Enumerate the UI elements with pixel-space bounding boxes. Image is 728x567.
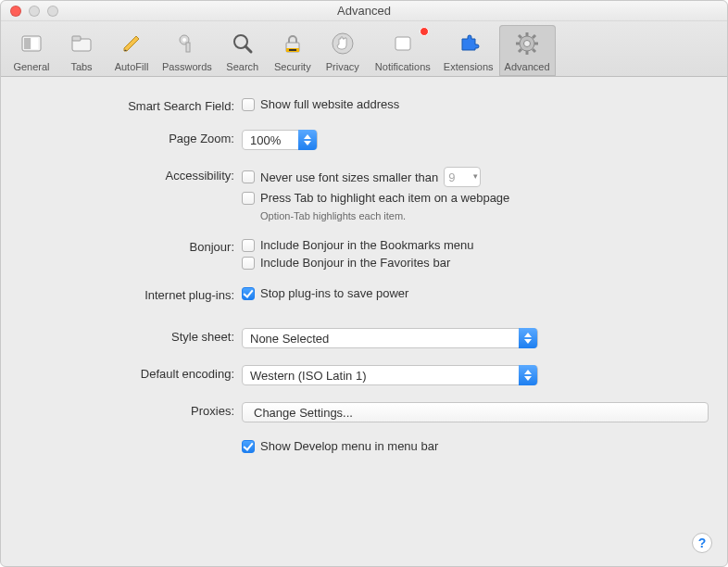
svg-point-16 xyxy=(524,41,531,47)
tabs-icon xyxy=(67,29,96,58)
toolbar-extensions[interactable]: Extensions xyxy=(438,25,499,76)
toolbar-search[interactable]: Search xyxy=(218,25,268,76)
notification-badge xyxy=(420,27,429,36)
svg-rect-12 xyxy=(289,49,296,51)
min-font-size-value: 9 xyxy=(448,170,455,184)
show-full-address-row[interactable]: Show full website address xyxy=(242,97,709,111)
style-sheet-value: None Selected xyxy=(250,332,329,346)
hand-icon xyxy=(328,29,358,58)
show-full-address-checkbox[interactable] xyxy=(242,98,255,111)
bonjour-favorites-checkbox[interactable] xyxy=(242,257,255,270)
toolbar-autofill[interactable]: AutoFill xyxy=(107,25,157,76)
option-tab-note: Option-Tab highlights each item. xyxy=(242,210,709,221)
toolbar-label: Privacy xyxy=(326,61,359,72)
toolbar-label: Advanced xyxy=(505,61,550,72)
toolbar-tabs[interactable]: Tabs xyxy=(56,25,107,76)
toolbar-label: General xyxy=(13,61,49,72)
content-pane: Smart Search Field: Show full website ad… xyxy=(1,77,727,566)
label-internet-plugins: Internet plug-ins: xyxy=(19,286,242,302)
press-tab-row[interactable]: Press Tab to highlight each item on a we… xyxy=(242,191,709,205)
bonjour-bookmarks-label: Include Bonjour in the Bookmarks menu xyxy=(260,238,474,252)
chevron-updown-icon xyxy=(519,365,537,385)
stop-plugins-checkbox[interactable] xyxy=(242,287,255,300)
bonjour-favorites-label: Include Bonjour in the Favorites bar xyxy=(260,256,450,270)
help-button[interactable]: ? xyxy=(692,533,712,553)
page-zoom-value: 100% xyxy=(250,133,281,147)
help-label: ? xyxy=(698,536,707,550)
toolbar-security[interactable]: Security xyxy=(268,25,318,76)
svg-line-9 xyxy=(245,46,251,52)
label-accessibility: Accessibility: xyxy=(19,167,242,183)
chevron-updown-icon xyxy=(519,328,537,348)
titlebar: Advanced xyxy=(1,1,727,21)
search-icon xyxy=(228,29,257,58)
label-page-zoom: Page Zoom: xyxy=(19,130,242,145)
toolbar-label: AutoFill xyxy=(115,61,149,72)
stop-plugins-row[interactable]: Stop plug-ins to save power xyxy=(242,286,709,300)
bonjour-bookmarks-checkbox[interactable] xyxy=(242,239,255,252)
svg-rect-2 xyxy=(31,38,38,49)
toolbar-privacy[interactable]: Privacy xyxy=(318,25,368,76)
label-smart-search: Smart Search Field: xyxy=(19,97,242,113)
svg-point-6 xyxy=(182,38,186,42)
key-icon xyxy=(172,29,202,58)
show-develop-label: Show Develop menu in menu bar xyxy=(260,439,438,453)
window-title: Advanced xyxy=(1,4,727,18)
change-settings-button[interactable]: Change Settings... xyxy=(242,402,709,422)
show-develop-checkbox[interactable] xyxy=(242,440,255,453)
pencil-icon xyxy=(117,29,146,58)
default-encoding-value: Western (ISO Latin 1) xyxy=(250,369,366,383)
puzzle-icon xyxy=(454,29,483,58)
prefs-toolbar: General Tabs AutoFill Passwords Search xyxy=(1,21,727,77)
show-full-address-label: Show full website address xyxy=(260,97,399,111)
toolbar-notifications[interactable]: Notifications xyxy=(368,25,438,76)
toolbar-label: Passwords xyxy=(162,61,212,72)
svg-rect-1 xyxy=(24,38,31,49)
style-sheet-select[interactable]: None Selected xyxy=(242,328,538,348)
toolbar-label: Extensions xyxy=(444,61,494,72)
chevron-updown-icon xyxy=(298,130,317,150)
toolbar-passwords[interactable]: Passwords xyxy=(157,25,218,76)
toolbar-advanced[interactable]: Advanced xyxy=(499,25,556,76)
label-bonjour: Bonjour: xyxy=(19,238,242,254)
label-default-encoding: Default encoding: xyxy=(19,365,242,381)
svg-line-22 xyxy=(533,49,535,52)
bonjour-favorites-row[interactable]: Include Bonjour in the Favorites bar xyxy=(242,256,709,270)
toolbar-general[interactable]: General xyxy=(6,25,56,76)
svg-line-23 xyxy=(519,49,521,52)
bonjour-bookmarks-row[interactable]: Include Bonjour in the Bookmarks menu xyxy=(242,238,709,252)
svg-rect-4 xyxy=(72,36,81,41)
switch-icon xyxy=(17,29,46,58)
press-tab-label: Press Tab to highlight each item on a we… xyxy=(260,191,509,205)
default-encoding-select[interactable]: Western (ISO Latin 1) xyxy=(242,365,538,385)
svg-line-21 xyxy=(519,35,521,38)
toolbar-label: Search xyxy=(226,61,258,72)
press-tab-checkbox[interactable] xyxy=(242,192,255,205)
show-develop-row[interactable]: Show Develop menu in menu bar xyxy=(242,439,709,453)
toolbar-label: Tabs xyxy=(70,61,92,72)
preferences-window: Advanced General Tabs AutoFill Passwo xyxy=(0,0,728,567)
svg-rect-14 xyxy=(395,37,410,50)
gear-icon xyxy=(512,29,542,58)
chevron-down-icon: ▾ xyxy=(473,171,478,181)
never-font-smaller-label: Never use font sizes smaller than xyxy=(260,170,438,184)
stop-plugins-label: Stop plug-ins to save power xyxy=(260,286,408,300)
change-settings-label: Change Settings... xyxy=(254,406,353,420)
label-style-sheet: Style sheet: xyxy=(19,328,242,344)
svg-line-24 xyxy=(533,35,535,38)
label-proxies: Proxies: xyxy=(19,402,242,418)
page-zoom-select[interactable]: 100% xyxy=(242,130,318,150)
notification-icon xyxy=(388,29,418,58)
never-font-smaller-checkbox[interactable] xyxy=(242,170,255,183)
toolbar-label: Security xyxy=(274,61,311,72)
min-font-size-select[interactable]: 9 ▾ xyxy=(444,167,481,187)
lock-icon xyxy=(278,29,308,58)
toolbar-label: Notifications xyxy=(375,61,431,72)
svg-rect-7 xyxy=(186,43,190,52)
